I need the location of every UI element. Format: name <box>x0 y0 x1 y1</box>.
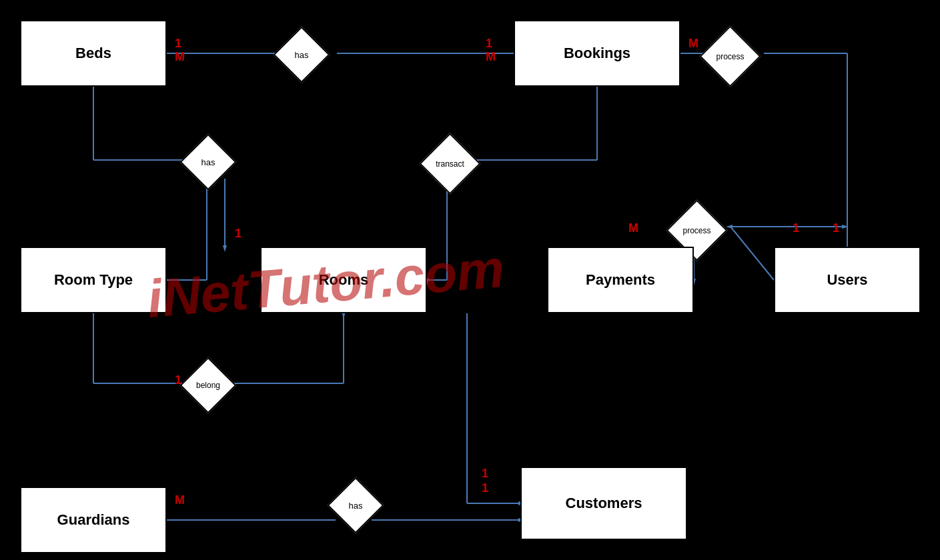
card-has3-customers-1-top: 1 <box>482 467 488 481</box>
diamond-transact: transact <box>428 142 472 185</box>
card-bookings-process1-m: M <box>688 37 698 51</box>
entity-beds: Beds <box>20 20 167 87</box>
entity-rooms: Rooms <box>260 247 427 313</box>
card-process2-m: M <box>628 221 638 235</box>
card-has1-bookings-m: M <box>486 50 496 64</box>
card-beds-has1-1: 1 <box>175 37 181 51</box>
card-roomtype-has2-1: 1 <box>175 373 181 387</box>
diamond-process2: process <box>675 209 719 252</box>
svg-marker-28 <box>223 245 227 252</box>
card-beds-has1-m: M <box>175 50 185 64</box>
entity-room-type: Room Type <box>20 247 167 313</box>
entity-guardians: Guardians <box>20 487 167 553</box>
entity-users: Users <box>774 247 921 313</box>
card-process2-users-1: 1 <box>793 221 799 235</box>
entity-bookings: Bookings <box>514 20 680 87</box>
card-has3-customers-1-bot: 1 <box>482 481 488 495</box>
canvas: Beds Bookings has process has transact p… <box>0 0 940 560</box>
card-guardians-has3-m: M <box>175 493 185 507</box>
entity-customers: Customers <box>520 467 687 540</box>
diamond-belong: belong <box>188 365 228 405</box>
card-has2-rooms-1: 1 <box>235 227 242 241</box>
diamond-process1: process <box>709 35 752 78</box>
card-has1-bookings-1: 1 <box>486 37 492 51</box>
card-process1-right-1: 1 <box>833 221 839 235</box>
diamond-has1: has <box>282 35 322 75</box>
diamond-has3: has <box>336 485 376 525</box>
svg-marker-30 <box>726 225 733 229</box>
svg-line-16 <box>731 227 774 280</box>
diamond-has2: has <box>188 142 228 182</box>
entity-payments: Payments <box>547 247 694 313</box>
svg-marker-27 <box>842 225 849 229</box>
